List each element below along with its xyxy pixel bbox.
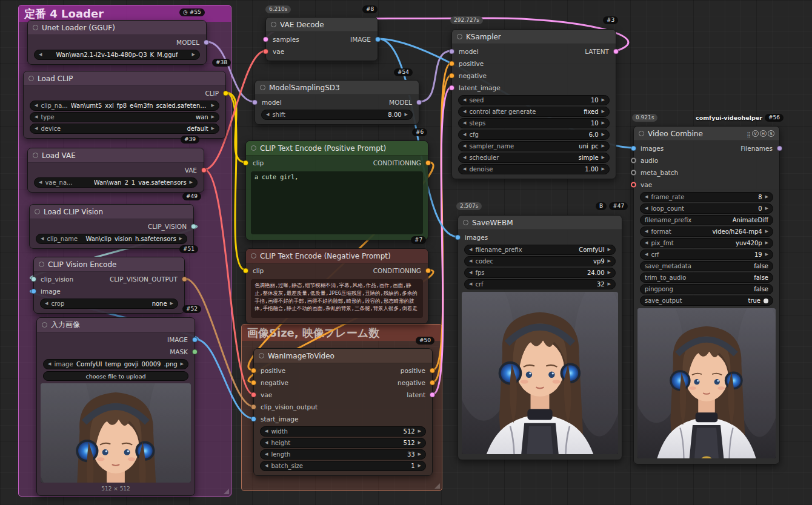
upload-button[interactable]: choose file to upload xyxy=(43,371,188,381)
output-port-model[interactable] xyxy=(204,40,209,45)
unet-name-widget[interactable]: Wan\wan2.1-i2v-14b-480p-Q3_K_M.gguf xyxy=(34,50,200,60)
input-port-images[interactable] xyxy=(455,235,461,240)
shift-widget[interactable]: shift 8.00 xyxy=(261,110,413,120)
output-port-filenames[interactable] xyxy=(777,146,782,151)
save-output-toggle[interactable]: save_output true xyxy=(640,295,773,306)
node-header[interactable]: Video Combine V H S xyxy=(634,127,779,141)
input-port-model[interactable] xyxy=(449,49,454,54)
denoise-widget[interactable]: denoise 1.00 xyxy=(458,164,610,174)
node-header[interactable]: Load CLIP Vision xyxy=(30,205,193,219)
width-widget[interactable]: width 512 xyxy=(260,426,426,437)
output-port-latent[interactable] xyxy=(613,49,619,54)
control-after-generate-widget[interactable]: control after generate fixed xyxy=(458,107,610,117)
node-header[interactable]: 入力画像 xyxy=(37,318,195,332)
image-file-widget[interactable]: image ComfyUI_temp_govji_00009_.png xyxy=(43,359,188,369)
pingpong-toggle[interactable]: pingpong false xyxy=(640,284,773,294)
fps-widget[interactable]: fps 24.00 xyxy=(464,268,616,278)
filename-prefix-widget[interactable]: filename_prefix AnimateDiff xyxy=(640,215,773,225)
input-port-clip-vision-output[interactable] xyxy=(251,404,256,410)
output-port-clip-vision-output[interactable] xyxy=(182,277,187,282)
node-header[interactable]: SaveWEBM xyxy=(458,216,622,230)
crop-widget[interactable]: crop none xyxy=(40,299,178,309)
collapse-dot[interactable] xyxy=(39,262,44,267)
input-port-start-image[interactable] xyxy=(251,417,256,422)
output-port-mask[interactable] xyxy=(192,349,198,355)
input-port-negative[interactable] xyxy=(449,73,454,79)
output-port-positive[interactable] xyxy=(430,368,435,374)
vhs-menu-icon[interactable] xyxy=(747,130,751,138)
input-port-model[interactable] xyxy=(252,100,258,105)
steps-widget[interactable]: steps 10 xyxy=(458,118,610,128)
output-port-conditioning[interactable] xyxy=(425,160,431,166)
output-port-model[interactable] xyxy=(416,100,422,105)
collapse-dot[interactable] xyxy=(463,220,468,225)
input-port-clip[interactable] xyxy=(243,160,248,166)
prompt-textarea[interactable]: 色调艳丽,过曝,静态,细节模糊不清,字幕,风格,作品,画作,画面,静止,整体发灰… xyxy=(251,279,423,318)
prompt-textarea[interactable]: a cute girl, xyxy=(251,171,423,234)
output-port-conditioning[interactable] xyxy=(425,268,431,274)
node-header[interactable]: VAE Decode xyxy=(266,18,378,32)
output-port-vae[interactable] xyxy=(201,168,207,173)
filename-prefix-widget[interactable]: filename_prefix ComfyUI xyxy=(464,245,616,255)
input-port-samples[interactable] xyxy=(263,37,268,42)
collapse-dot[interactable] xyxy=(28,76,34,81)
input-port-clip-vision[interactable] xyxy=(31,277,36,282)
input-port-image[interactable] xyxy=(31,289,36,294)
comfyui-canvas[interactable]: { "colors":{"model":"#B39DDB","clip":"#F… xyxy=(0,0,812,505)
input-port-positive[interactable] xyxy=(251,368,256,374)
pix-fmt-widget[interactable]: pix_fmt yuv420p xyxy=(640,238,773,248)
collapse-dot[interactable] xyxy=(639,131,644,136)
input-port-clip[interactable] xyxy=(243,268,248,274)
node-header[interactable]: Unet Loader (GGUF) xyxy=(28,21,206,35)
loop-count-widget[interactable]: loop_count 0 xyxy=(640,203,773,214)
sampler-name-widget[interactable]: sampler_name uni_pc xyxy=(458,141,610,151)
collapse-dot[interactable] xyxy=(259,353,264,358)
node-header[interactable]: CLIP Vision Encode xyxy=(34,257,184,272)
collapse-dot[interactable] xyxy=(260,85,265,90)
collapse-dot[interactable] xyxy=(251,253,256,259)
codec-widget[interactable]: codec vp9 xyxy=(464,256,616,266)
node-header[interactable]: Load VAE xyxy=(28,148,204,163)
node-header[interactable]: CLIP Text Encode (Positive Prompt) xyxy=(246,141,428,156)
trim-to-audio-toggle[interactable]: trim_to_audio false xyxy=(640,272,773,283)
seed-widget[interactable]: seed 10 xyxy=(458,95,610,105)
output-port-latent[interactable] xyxy=(430,392,435,398)
input-port-vae[interactable] xyxy=(251,392,256,398)
input-port-positive[interactable] xyxy=(449,61,454,67)
clip-type-widget[interactable]: type wan xyxy=(30,112,219,122)
output-port-image[interactable] xyxy=(375,37,381,42)
clip-name-widget[interactable]: clip_na... Wan\umt5_xxl_fp8_e4m3fn_scale… xyxy=(30,101,219,111)
collapse-dot[interactable] xyxy=(457,34,462,39)
frame-rate-widget[interactable]: frame_rate 8 xyxy=(640,192,773,202)
output-port-negative[interactable] xyxy=(430,380,435,386)
input-port-meta-batch[interactable] xyxy=(631,170,636,176)
input-port-audio[interactable] xyxy=(631,158,636,163)
group-size-title[interactable]: 画像Size, 映像フレーム数 xyxy=(242,325,442,341)
scheduler-widget[interactable]: scheduler simple xyxy=(458,153,610,163)
crf-widget[interactable]: crf 32 xyxy=(464,279,616,289)
node-header[interactable]: CLIP Text Encode (Negative Prompt) xyxy=(246,249,428,263)
length-widget[interactable]: length 33 xyxy=(260,449,426,460)
node-header[interactable]: WanImageToVideo xyxy=(254,349,432,363)
collapse-dot[interactable] xyxy=(42,322,47,328)
output-port-clip[interactable] xyxy=(223,91,228,96)
node-header[interactable]: ModelSamplingSD3 xyxy=(255,81,419,95)
node-header[interactable]: Load CLIP xyxy=(24,71,225,86)
save-metadata-toggle[interactable]: save_metadata false xyxy=(640,261,773,271)
input-port-negative[interactable] xyxy=(251,380,256,386)
collapse-dot[interactable] xyxy=(35,209,40,214)
clip-vision-name-widget[interactable]: clip_name Wan\clip_vision_h.safetensors xyxy=(36,234,187,244)
vae-name-widget[interactable]: vae_na... Wan\wan_2_1_vae.safetensors xyxy=(34,177,198,188)
output-port-clip-vision[interactable] xyxy=(191,224,196,229)
cfg-widget[interactable]: cfg 6.0 xyxy=(458,130,610,140)
input-port-images[interactable] xyxy=(631,146,636,151)
input-port-latent-image[interactable] xyxy=(449,85,454,91)
collapse-dot[interactable] xyxy=(251,145,256,151)
batch-size-widget[interactable]: batch_size 1 xyxy=(260,461,426,471)
collapse-dot[interactable] xyxy=(33,25,38,30)
collapse-dot[interactable] xyxy=(271,22,276,27)
clip-device-widget[interactable]: device default xyxy=(30,124,219,134)
node-header[interactable]: KSampler xyxy=(452,30,616,44)
height-widget[interactable]: height 512 xyxy=(260,438,426,448)
format-widget[interactable]: format video/h264-mp4 xyxy=(640,226,773,237)
